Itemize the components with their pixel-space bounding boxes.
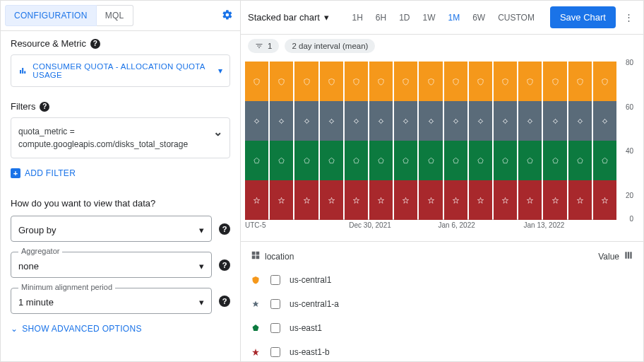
bar-segment xyxy=(320,101,343,141)
bar-segment xyxy=(320,141,343,180)
bar-segment xyxy=(294,101,318,141)
tab-mql[interactable]: MQL xyxy=(97,5,133,26)
range-1w[interactable]: 1W xyxy=(423,13,436,23)
bar-segment xyxy=(543,101,566,141)
bar-segment xyxy=(345,101,368,141)
stacked-bar xyxy=(270,62,293,220)
min-alignment-select[interactable]: Minimum alignment period 1 minute ▾ xyxy=(11,288,212,314)
show-advanced-link[interactable]: ⌄ SHOW ADVANCED OPTIONS xyxy=(11,324,230,334)
view-section: How do you want to view that data? Group… xyxy=(1,188,240,341)
bar-segment xyxy=(593,101,616,141)
range-6h[interactable]: 6H xyxy=(376,13,386,23)
stacked-bar xyxy=(518,62,542,220)
series-icon xyxy=(251,300,261,308)
chart-panel: Stacked bar chart ▾ 1H 6H 1D 1W 1M 6W CU… xyxy=(241,1,643,361)
bar-segment xyxy=(444,101,467,141)
x-axis: UTC-5 Dec 30, 2021 Jan 6, 2022 Jan 13, 2… xyxy=(245,221,616,235)
metric-selector-label: CONSUMER QUOTA - ALLOCATION QUOTA USAGE xyxy=(32,62,212,79)
legend-checkbox[interactable] xyxy=(270,275,280,285)
help-icon[interactable]: ? xyxy=(219,259,230,271)
chevron-down-icon: ▾ xyxy=(199,297,204,308)
chevron-down-icon: ⌄ xyxy=(213,125,222,139)
legend-checkbox[interactable] xyxy=(270,347,280,357)
svg-point-10 xyxy=(305,119,309,123)
filters-heading: Filters xyxy=(11,101,35,112)
bar-segment xyxy=(245,180,268,220)
bar-segment xyxy=(568,101,592,141)
bar-segment xyxy=(394,141,417,180)
legend-row-us-east1: us-east1 xyxy=(251,316,633,340)
stacked-bar xyxy=(245,62,268,220)
bar-segment xyxy=(419,101,442,141)
legend-checkbox[interactable] xyxy=(270,299,280,309)
bar-segment xyxy=(294,141,318,180)
aggregator-select[interactable]: Aggregator none ▾ xyxy=(11,252,212,278)
metric-selector[interactable]: CONSUMER QUOTA - ALLOCATION QUOTA USAGE … xyxy=(11,54,230,87)
bar-segment xyxy=(593,62,616,101)
chevron-down-icon: ▾ xyxy=(199,225,204,235)
show-advanced-label: SHOW ADVANCED OPTIONS xyxy=(22,324,141,334)
more-icon[interactable]: ⋮ xyxy=(621,12,636,23)
group-icon xyxy=(251,250,261,262)
groupby-label: Group by xyxy=(18,225,56,235)
legend-col-value: Value xyxy=(598,252,619,262)
filter-expression[interactable]: quota_metric = compute.googleapis.com/di… xyxy=(11,117,230,158)
stacked-bar xyxy=(543,62,566,220)
interval-chip[interactable]: 2 day interval (mean) xyxy=(285,39,375,53)
bar-segment xyxy=(294,62,318,101)
minperiod-value: 1 minute xyxy=(18,297,54,308)
y-tick: 40 xyxy=(626,147,633,155)
bar-segment xyxy=(270,141,293,180)
chart-type-select[interactable]: Stacked bar chart ▾ xyxy=(248,12,329,23)
help-icon[interactable]: ? xyxy=(90,39,100,49)
range-6w[interactable]: 6W xyxy=(472,13,485,23)
help-icon[interactable]: ? xyxy=(40,102,49,112)
tab-configuration[interactable]: CONFIGURATION xyxy=(5,5,97,26)
chart-area: 80 60 40 20 0 UTC-5 Dec 30, 2021 Jan 6, … xyxy=(241,57,643,235)
x-tick: Jan 13, 2022 xyxy=(524,221,565,229)
gear-icon[interactable] xyxy=(219,6,236,25)
chevron-down-icon: ⌄ xyxy=(11,324,18,334)
bar-segment xyxy=(543,62,566,101)
svg-point-35 xyxy=(429,119,433,123)
legend-table: location Value us-central1 xyxy=(241,241,643,362)
bar-segment xyxy=(320,62,343,101)
filter-count-chip[interactable]: 1 xyxy=(248,39,279,53)
legend-row-us-central1-a: us-central1-a xyxy=(251,292,633,316)
bar-segment xyxy=(270,101,293,141)
bar-segment xyxy=(593,180,616,220)
range-1d[interactable]: 1D xyxy=(399,13,410,23)
bar-segment xyxy=(568,180,592,220)
columns-icon[interactable] xyxy=(624,250,633,262)
legend-checkbox[interactable] xyxy=(270,323,280,333)
help-icon[interactable]: ? xyxy=(219,296,230,307)
help-icon[interactable]: ? xyxy=(219,223,230,235)
range-1m[interactable]: 1M xyxy=(448,13,460,23)
groupby-select[interactable]: Group by ▾ xyxy=(11,216,212,242)
svg-point-60 xyxy=(554,119,557,123)
svg-point-65 xyxy=(578,119,582,123)
interval-label: 2 day interval (mean) xyxy=(292,42,368,50)
bar-segment xyxy=(518,141,542,180)
svg-point-50 xyxy=(503,119,507,123)
y-tick: 60 xyxy=(626,103,633,111)
bar-segment xyxy=(369,62,393,101)
save-chart-button[interactable]: Save Chart xyxy=(550,6,616,28)
range-1h[interactable]: 1H xyxy=(352,13,362,23)
bar-segment xyxy=(394,180,417,220)
add-filter-button[interactable]: + ADD FILTER xyxy=(11,165,230,181)
range-custom[interactable]: CUSTOM xyxy=(498,13,535,23)
config-panel: CONFIGURATION MQL Resource & Metric ? CO… xyxy=(1,1,241,361)
svg-point-5 xyxy=(280,119,284,123)
bar-segment xyxy=(518,62,542,101)
bar-segment xyxy=(543,141,566,180)
bar-segment xyxy=(394,101,417,141)
bar-segment xyxy=(369,141,393,180)
bar-segment xyxy=(270,62,293,101)
bar-segment xyxy=(494,141,517,180)
stacked-bar xyxy=(593,62,616,220)
bar-segment xyxy=(419,141,442,180)
minperiod-caption: Minimum alignment period xyxy=(18,283,115,291)
svg-point-40 xyxy=(454,119,458,123)
legend-label: us-east1-b xyxy=(290,347,330,357)
